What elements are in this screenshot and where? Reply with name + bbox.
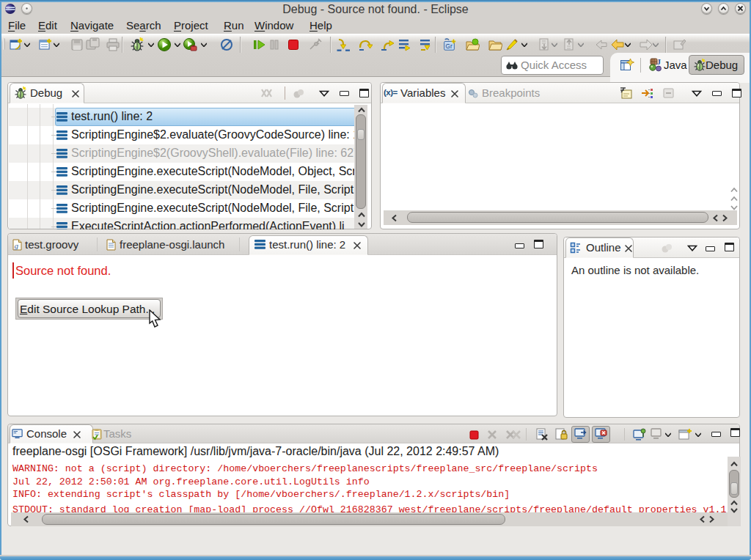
svg-text:J: J: [657, 57, 662, 66]
svg-text:Gr: Gr: [446, 43, 453, 50]
svg-text:g: g: [15, 241, 19, 250]
